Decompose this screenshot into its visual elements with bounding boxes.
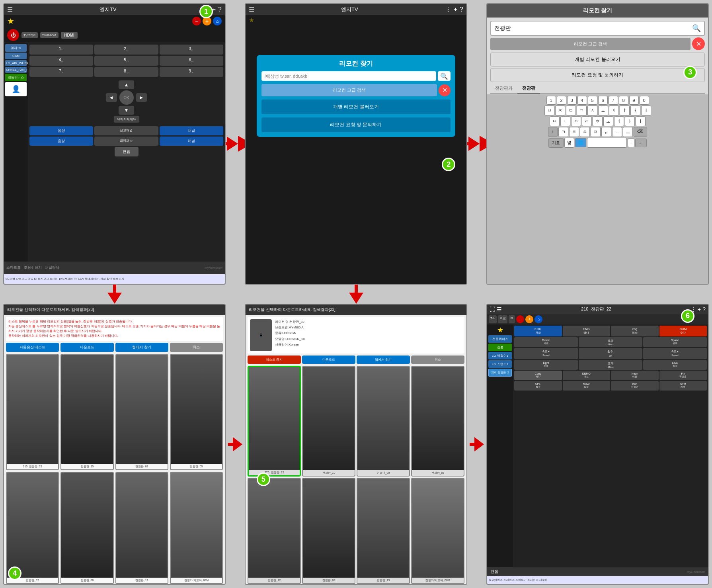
kb-dot[interactable]: · — [628, 139, 634, 147]
kb-o[interactable]: ㅗ — [603, 116, 613, 126]
p6-light-btn[interactable]: Light조명 — [514, 360, 578, 370]
num-1-btn[interactable]: 1ㄱ — [29, 45, 93, 55]
request-remote-btn-2[interactable]: 리모컨 요청 및 문의하기 — [261, 117, 451, 132]
kb-eu[interactable]: ㅡ — [623, 127, 633, 137]
advanced-btn-3[interactable]: 리모컨 고급 검색 — [490, 38, 691, 50]
web-search-btn-4[interactable]: 웹에서 찾기 — [115, 343, 168, 352]
panel6-add-icon[interactable]: + — [698, 306, 701, 313]
p6-spe-btn[interactable]: SPE특수 — [514, 381, 562, 391]
sidebar-item-lgair[interactable]: LG_AIR_WHISE — [5, 60, 27, 66]
minus-btn[interactable]: − — [192, 17, 201, 25]
p6-icon-6[interactable]: ⌂ — [534, 315, 542, 323]
menu-icon[interactable]: ☰ — [7, 6, 13, 13]
kb-ya[interactable]: ㅑ — [620, 105, 630, 115]
p6-effect-btn-2[interactable]: 요과Effect — [579, 360, 642, 370]
tab-jeonkwangpan[interactable]: 전광판 — [517, 84, 540, 94]
nav-ok-btn[interactable]: OK — [119, 90, 134, 105]
p6-sidebar-jindeung[interactable]: 전등위너스 — [488, 335, 512, 343]
ch2-btn[interactable]: 채널 — [160, 137, 223, 146]
kb-1[interactable]: 1 — [546, 96, 556, 105]
kb-9[interactable]: 9 — [629, 96, 639, 105]
hdmi-btn[interactable]: HDMI — [61, 32, 78, 39]
web-search-btn-5[interactable]: 웹에서 찾기 — [357, 356, 410, 364]
num-4-btn[interactable]: 4ㄹ — [29, 56, 93, 66]
p6-icon-2[interactable]: ㅇ로 — [498, 315, 507, 323]
panel6-help-icon[interactable]: ? — [702, 306, 706, 313]
remote5-08m[interactable]: 전방가/시모아_08M — [411, 478, 464, 584]
quiet-btn[interactable]: 조용히하기 — [24, 265, 42, 270]
kb-a[interactable]: ㅏ — [625, 116, 635, 126]
kb-g[interactable]: ㄱ — [577, 105, 587, 115]
power-btn[interactable]: ⏻ — [7, 29, 19, 41]
p6-demo-btn[interactable]: DEMO데모 — [563, 371, 611, 380]
p6-icon-5[interactable]: + — [525, 315, 533, 323]
p6-icon-3[interactable]: ㅁ — [509, 315, 515, 323]
panel2-add-icon[interactable]: + — [454, 6, 457, 13]
help-icon[interactable]: ? — [218, 6, 222, 13]
tvrao-btn[interactable]: TV/RAO↺ — [40, 32, 59, 38]
kb-n[interactable]: ㄴ — [560, 116, 570, 126]
num-7-btn[interactable]: 7ㅅ — [29, 67, 93, 77]
kb-0[interactable]: 0 — [640, 96, 649, 105]
channel-select-btn[interactable]: 선고채널 — [94, 126, 158, 135]
p6-sidebar-lg-stand[interactable]: LG 스탠드1 — [488, 360, 512, 368]
search-icon-3[interactable]: 🔍 — [692, 24, 701, 33]
kb-p[interactable]: ㅍ — [591, 127, 601, 137]
tab-jeonkwangpangwa[interactable]: 전광판과 — [490, 84, 517, 93]
panel2-menu-icon[interactable]: ☰ — [249, 6, 254, 13]
kb-k[interactable]: ㅋ — [558, 127, 568, 137]
kb-enter[interactable]: ← — [635, 139, 647, 147]
remote5-10[interactable]: 전광판_10 — [302, 366, 355, 477]
nav-down-btn[interactable]: ▼ — [119, 106, 135, 115]
remote-thumb-10[interactable]: 전광판_10 — [60, 354, 113, 470]
nav-left-btn[interactable]: ◄ — [106, 93, 117, 102]
channel-btn[interactable]: 채널 — [160, 126, 223, 135]
p6-speed-up-btn[interactable]: 속도▲Speed — [643, 348, 707, 359]
load-remote-btn-3[interactable]: 개별 리모컨 불러오기 — [490, 53, 705, 66]
panel2-help-icon[interactable]: ? — [460, 6, 463, 13]
p6-num-btn[interactable]: NUM숫자 — [659, 326, 707, 336]
kb-yo[interactable]: ㅛ — [598, 105, 608, 115]
tvpc-btn[interactable]: TV/PC↺ — [21, 32, 38, 38]
kb-3[interactable]: 3 — [567, 96, 577, 105]
remote5-12[interactable]: 전광판_12 — [248, 478, 301, 584]
close-btn-2[interactable]: ✕ — [439, 84, 451, 96]
num-9-btn[interactable]: 9ㅈ — [160, 67, 223, 77]
p6-icon-4[interactable]: − — [516, 315, 524, 323]
cancel-btn-5[interactable]: 취소 — [411, 356, 464, 364]
remote-thumb-210[interactable]: 210_전광판_22 — [6, 354, 59, 470]
kb-shift[interactable]: ↑ — [548, 127, 558, 137]
sound-btn[interactable]: 음량 — [29, 126, 93, 135]
kb-symbol[interactable]: 기호 — [548, 138, 564, 148]
bookmark-btn[interactable]: 최임채낙 — [94, 137, 158, 146]
download-btn-4[interactable]: 다운로드 — [60, 343, 113, 352]
p6-ok-btn[interactable]: 확인OK — [579, 348, 642, 359]
load-remote-btn-2[interactable]: 개별 리모컨 불러오기 — [261, 100, 451, 114]
panel2-more-icon[interactable]: ⋮ — [445, 6, 451, 13]
kb-space[interactable] — [587, 138, 627, 148]
kb-4[interactable]: 4 — [577, 96, 587, 105]
advanced-search-btn-2[interactable]: 리모컨 고급 검색 — [261, 84, 437, 96]
p6-edit-label[interactable]: 편집 — [490, 569, 498, 574]
remote-thumb-09[interactable]: 전광판_09 — [115, 354, 168, 470]
nav-right-btn[interactable]: ► — [136, 93, 147, 102]
remote5-13[interactable]: 전광판_13 — [357, 478, 410, 584]
p6-move-btn[interactable]: Move동작 — [563, 381, 611, 391]
kb-yeo[interactable]: ㅕ — [609, 105, 619, 115]
test-stop-btn[interactable]: 테스트 중지 — [248, 356, 301, 364]
num-8-btn[interactable]: 8ㅇ — [94, 67, 158, 77]
kb-u[interactable]: ㅜ — [612, 127, 622, 137]
p6-kor-btn[interactable]: KOR한글 — [514, 326, 562, 336]
kb-backspace[interactable]: ⌫ — [634, 127, 647, 137]
remote5-09[interactable]: 전광판_09 — [357, 366, 410, 477]
sidebar-item-cm[interactable]: C&M — [5, 53, 27, 59]
kb-ng[interactable]: ㅇ — [571, 116, 581, 126]
kb-t[interactable]: ㅌ — [569, 127, 579, 137]
kb-eng[interactable]: 영 — [564, 138, 574, 148]
p6-sidebar-jinhong[interactable]: 진홍 — [488, 344, 512, 351]
nav-up-btn[interactable]: ▲ — [119, 80, 135, 89]
kb-m[interactable]: ㅁ — [550, 116, 560, 126]
edit-btn[interactable]: 편집 — [115, 147, 138, 156]
kb-b[interactable]: ㅂ — [544, 105, 554, 115]
request-btn-3[interactable]: 리모컨 요청 및 문의하기 — [490, 68, 705, 82]
